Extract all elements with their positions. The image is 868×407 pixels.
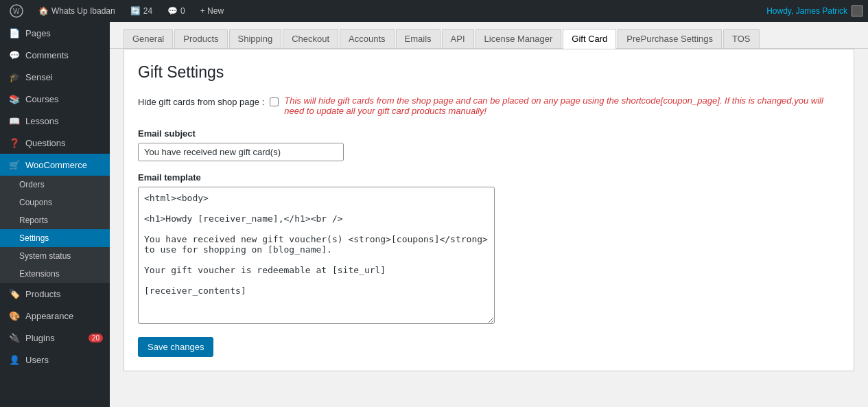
comment-count: 0 xyxy=(180,6,185,16)
courses-icon: 📚 xyxy=(9,93,20,104)
questions-icon: ❓ xyxy=(9,137,20,148)
updates-button[interactable]: 🔄 24 xyxy=(126,0,156,22)
system-status-label: System status xyxy=(19,251,71,261)
sidebar-item-pages[interactable]: 📄 Pages xyxy=(0,22,110,44)
tab-checkout[interactable]: Checkout xyxy=(283,29,338,48)
home-icon: 🏠 xyxy=(38,6,49,16)
hide-gift-cards-checkbox[interactable] xyxy=(270,97,279,106)
email-template-label: Email template xyxy=(138,172,840,183)
tab-general[interactable]: General xyxy=(124,29,173,48)
sidebar-item-users-label: Users xyxy=(25,355,49,365)
pages-icon: 📄 xyxy=(9,27,20,38)
sidebar-item-pages-label: Pages xyxy=(25,28,51,38)
main-content: General Products Shipping Checkout Accou… xyxy=(110,22,868,407)
coupons-label: Coupons xyxy=(19,198,52,207)
settings-label: Settings xyxy=(19,233,49,243)
wp-icon: W xyxy=(10,4,23,18)
sidebar-item-reports[interactable]: Reports xyxy=(0,211,110,229)
tab-navigation: General Products Shipping Checkout Accou… xyxy=(110,22,868,49)
tab-shipping[interactable]: Shipping xyxy=(229,29,282,48)
email-template-field: Email template xyxy=(138,172,840,326)
hide-hint-text: This will hide gift cards from the shop … xyxy=(284,95,840,116)
comment-icon: 💬 xyxy=(167,6,178,16)
admin-bar: W 🏠 Whats Up Ibadan 🔄 24 💬 0 + New Howdy… xyxy=(0,0,868,22)
sidebar-item-extensions[interactable]: Extensions xyxy=(0,265,110,283)
updates-icon: 🔄 xyxy=(130,6,141,16)
sidebar-item-courses-label: Courses xyxy=(25,94,58,104)
sidebar-item-settings[interactable]: Settings xyxy=(0,229,110,247)
sidebar-item-questions[interactable]: ❓ Questions xyxy=(0,132,110,154)
sidebar-item-coupons[interactable]: Coupons xyxy=(0,194,110,211)
woocommerce-icon: 🛒 xyxy=(9,159,20,170)
hide-label: Hide gift cards from shop page : xyxy=(138,95,264,107)
sidebar-item-products-label: Products xyxy=(25,289,60,299)
sidebar-item-orders[interactable]: Orders xyxy=(0,176,110,194)
tab-gift-card[interactable]: Gift Card xyxy=(563,29,616,49)
sidebar-item-courses[interactable]: 📚 Courses xyxy=(0,88,110,110)
admin-sidebar: 📄 Pages 💬 Comments 🎓 Sensei 📚 Courses 📖 … xyxy=(0,22,110,407)
sidebar-item-woocommerce[interactable]: 🛒 WooCommerce xyxy=(0,154,110,176)
sidebar-item-sensei-label: Sensei xyxy=(25,72,53,82)
svg-text:W: W xyxy=(13,8,20,15)
tab-api[interactable]: API xyxy=(442,29,474,48)
update-count: 24 xyxy=(143,6,152,16)
sidebar-item-system-status[interactable]: System status xyxy=(0,247,110,265)
email-template-textarea[interactable] xyxy=(138,187,495,324)
sidebar-item-users[interactable]: 👤 Users xyxy=(0,349,110,371)
sensei-icon: 🎓 xyxy=(9,71,20,82)
save-changes-button[interactable]: Save changes xyxy=(138,337,213,357)
lessons-icon: 📖 xyxy=(9,115,20,126)
page-title: Gift Settings xyxy=(138,63,840,82)
tab-prepurchase[interactable]: PrePurchase Settings xyxy=(618,29,722,48)
sidebar-item-products[interactable]: 🏷️ Products xyxy=(0,283,110,305)
sidebar-item-comments[interactable]: 💬 Comments xyxy=(0,44,110,66)
avatar xyxy=(852,5,863,16)
users-icon: 👤 xyxy=(9,354,20,365)
sidebar-item-appearance[interactable]: 🎨 Appearance xyxy=(0,305,110,327)
sidebar-item-plugins[interactable]: 🔌 Plugins 20 xyxy=(0,327,110,349)
tab-tos[interactable]: TOS xyxy=(723,29,760,48)
howdy-link[interactable]: Howdy, James Patrick xyxy=(766,6,847,16)
products-icon: 🏷️ xyxy=(9,288,20,299)
plugins-badge: 20 xyxy=(89,334,103,342)
email-subject-input[interactable] xyxy=(138,143,344,161)
extensions-label: Extensions xyxy=(19,269,60,279)
email-subject-label: Email subject xyxy=(138,128,840,139)
site-name-button[interactable]: 🏠 Whats Up Ibadan xyxy=(34,0,119,22)
site-name: Whats Up Ibadan xyxy=(51,6,115,16)
orders-label: Orders xyxy=(19,180,45,189)
sidebar-item-plugins-label: Plugins xyxy=(25,333,55,343)
reports-label: Reports xyxy=(19,216,48,225)
sidebar-item-appearance-label: Appearance xyxy=(25,311,73,321)
hide-gift-cards-row: Hide gift cards from shop page : This wi… xyxy=(138,95,840,116)
tab-license-manager[interactable]: License Manager xyxy=(476,29,562,48)
sidebar-item-questions-label: Questions xyxy=(25,138,66,148)
tab-emails[interactable]: Emails xyxy=(396,29,441,48)
new-label: + New xyxy=(200,6,224,16)
sidebar-item-comments-label: Comments xyxy=(25,50,69,60)
sidebar-item-sensei[interactable]: 🎓 Sensei xyxy=(0,66,110,88)
sidebar-item-woocommerce-label: WooCommerce xyxy=(25,160,87,170)
new-content-button[interactable]: + New xyxy=(196,0,228,22)
comments-icon: 💬 xyxy=(9,49,20,60)
email-subject-field: Email subject xyxy=(138,128,840,161)
sidebar-item-lessons-label: Lessons xyxy=(25,116,58,126)
tab-accounts[interactable]: Accounts xyxy=(340,29,394,48)
settings-content: Gift Settings Hide gift cards from shop … xyxy=(124,49,854,371)
wp-logo-button[interactable]: W xyxy=(5,0,27,22)
comments-button[interactable]: 💬 0 xyxy=(163,0,189,22)
appearance-icon: 🎨 xyxy=(9,310,20,321)
tab-products[interactable]: Products xyxy=(174,29,227,48)
sidebar-item-lessons[interactable]: 📖 Lessons xyxy=(0,110,110,132)
plugins-icon: 🔌 xyxy=(9,332,20,343)
woo-submenu: Orders Coupons Reports Settings System s… xyxy=(0,176,110,283)
